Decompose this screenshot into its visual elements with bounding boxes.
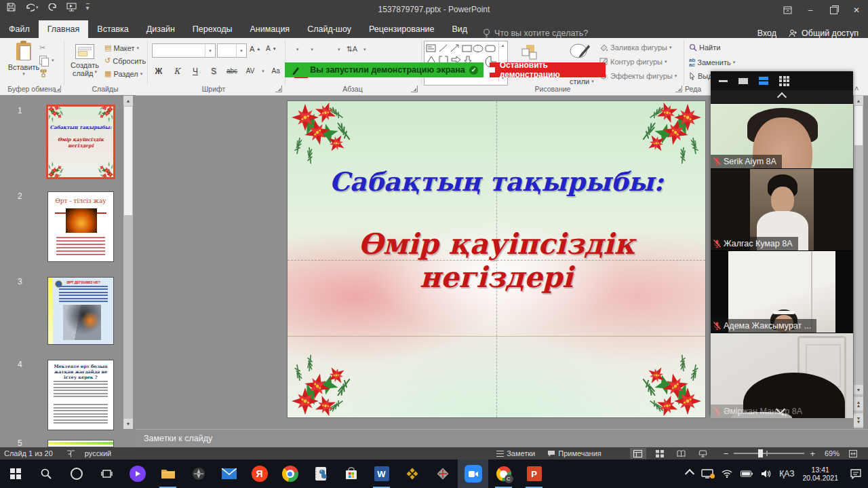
spellcheck-icon[interactable] xyxy=(66,450,75,457)
ribbon-display-options-button[interactable] xyxy=(776,0,799,20)
tab-animations[interactable]: Анимация xyxy=(241,20,298,38)
participant-video-3[interactable]: Адема Жаксымурат ... xyxy=(711,250,853,333)
participant-video-1[interactable]: Serik Aiym 8A xyxy=(711,103,853,168)
shape-outline-button[interactable]: Контур фигуры▾ xyxy=(599,58,667,66)
gallery-strip-button[interactable] xyxy=(759,77,768,85)
next-slide-button[interactable]: ▼▼ xyxy=(854,413,863,427)
file-explorer-icon[interactable] xyxy=(153,459,183,488)
slide-thumbnail-1[interactable]: Сабақтың тақырыбы: Өмір қауіпсіздік негі… xyxy=(46,105,115,179)
char-spacing-button[interactable]: AV xyxy=(243,65,257,77)
clipboard-dialog-launcher[interactable] xyxy=(54,86,61,92)
new-slide-button[interactable]: Создать слайд▾ xyxy=(68,40,102,85)
slide-title[interactable]: Сабақтың тақырыбы: xyxy=(288,166,705,197)
python-notebook-icon[interactable] xyxy=(305,459,336,488)
scroll-thumb[interactable] xyxy=(854,106,863,145)
bold-button[interactable]: Ж xyxy=(152,65,165,77)
chrome-profile-icon[interactable]: C xyxy=(488,459,519,488)
scroll-down-videos-button[interactable] xyxy=(777,403,784,415)
reading-view-button[interactable] xyxy=(673,448,690,459)
arrange-button[interactable] xyxy=(521,43,538,61)
font-dialog-launcher[interactable] xyxy=(275,86,282,92)
thumb-scroll-thumb[interactable] xyxy=(124,107,132,215)
slide-canvas[interactable]: Сабақтың тақырыбы: Өмір қауіпсіздік негі… xyxy=(288,101,705,417)
tab-transitions[interactable]: Переходы xyxy=(184,20,241,38)
grow-font-button[interactable]: А▲ xyxy=(250,45,260,53)
zoom-app-icon[interactable] xyxy=(458,459,488,488)
find-button[interactable]: Найти xyxy=(689,43,720,52)
game-emblem-icon[interactable] xyxy=(427,459,458,488)
speaker-view-button[interactable] xyxy=(738,78,748,84)
restore-button[interactable] xyxy=(822,0,845,20)
game-diamond-icon[interactable] xyxy=(397,459,427,488)
tab-review[interactable]: Рецензирование xyxy=(360,20,443,38)
minimize-button[interactable]: – xyxy=(799,0,822,20)
close-button[interactable]: ✕ xyxy=(845,0,868,20)
fit-to-window-button[interactable] xyxy=(845,448,861,459)
zoom-in-button[interactable]: + xyxy=(810,449,815,459)
paste-button[interactable]: Вставить ▾ xyxy=(5,40,42,85)
volume-icon[interactable] xyxy=(761,470,771,478)
tab-home[interactable]: Главная xyxy=(39,20,89,38)
wifi-icon[interactable] xyxy=(722,470,732,478)
text-direction-button[interactable]: ⇅A xyxy=(347,45,358,54)
taskbar-search-icon[interactable] xyxy=(31,459,61,488)
redo-button[interactable] xyxy=(48,3,57,12)
participant-video-2[interactable]: Жалгас Кумар 8А xyxy=(711,168,853,250)
notes-toggle[interactable]: Заметки xyxy=(496,449,535,457)
quick-styles-button[interactable] xyxy=(568,42,591,62)
slide-thumbnail-4[interactable]: Мектепте өрт болып жатқан жағдайда не іс… xyxy=(47,360,114,430)
tab-file[interactable]: Файл xyxy=(0,20,39,38)
grid-view-button[interactable] xyxy=(779,76,789,86)
word-icon[interactable]: W xyxy=(366,459,397,488)
slide-counter[interactable]: Слайд 1 из 20 xyxy=(4,449,53,457)
cut-button[interactable]: ✂ xyxy=(39,43,45,52)
slide-subtitle[interactable]: Өмір қауіпсіздік негіздері xyxy=(288,227,705,294)
taskbar-clock[interactable]: 13:41 20.04.2021 xyxy=(802,466,838,482)
shape-fill-button[interactable]: Заливка фигуры▾ xyxy=(599,43,672,52)
notes-pane[interactable]: Заметки к слайду xyxy=(136,429,868,447)
tab-design[interactable]: Дизайн xyxy=(138,20,184,38)
undo-button[interactable]: ▾ xyxy=(25,3,39,12)
save-icon[interactable] xyxy=(7,3,16,12)
keyboard-language[interactable]: ҚАЗ xyxy=(779,469,794,478)
font-name-combo[interactable]: ▾ xyxy=(152,43,216,58)
thumb-scroll-up[interactable]: ▲ xyxy=(123,96,133,106)
underline-button[interactable]: Ч xyxy=(189,65,202,77)
battery-icon[interactable] xyxy=(741,470,753,477)
zoom-out-button[interactable]: − xyxy=(724,449,729,459)
mail-icon[interactable] xyxy=(214,459,244,488)
replace-button[interactable]: abac Заменить▾ xyxy=(689,58,735,67)
tab-view[interactable]: Вид xyxy=(443,20,476,38)
powerpoint-icon[interactable]: P xyxy=(519,459,549,488)
normal-view-button[interactable] xyxy=(630,448,646,459)
copy-button[interactable]: ▾ xyxy=(39,56,54,64)
stop-share-button[interactable]: Остановить демонстрацию xyxy=(490,62,606,77)
thumbnail-scrollbar[interactable]: ▲ ▼ xyxy=(123,96,133,429)
zoom-slider-thumb[interactable] xyxy=(758,449,763,457)
paragraph-dialog-launcher[interactable] xyxy=(411,86,418,92)
tab-insert[interactable]: Вставка xyxy=(88,20,137,38)
comments-toggle[interactable]: Примечания xyxy=(547,449,601,457)
task-view-icon[interactable] xyxy=(92,459,122,488)
format-painter-button[interactable] xyxy=(39,69,47,77)
strikethrough-button[interactable]: abc xyxy=(225,65,239,77)
tell-me-box[interactable]: Что вы хотите сделать? xyxy=(483,29,588,38)
collapse-videos-button[interactable] xyxy=(711,90,853,103)
participant-video-4[interactable]: Әміржан Мансұр 8А xyxy=(711,333,853,418)
slideshow-view-button[interactable] xyxy=(695,448,711,459)
world-of-tanks-icon[interactable] xyxy=(183,459,214,488)
drawing-dialog-launcher[interactable] xyxy=(675,86,682,92)
yandex-browser-icon[interactable]: Я xyxy=(244,459,275,488)
slide-thumbnail-5[interactable] xyxy=(47,440,114,447)
layout-button[interactable]: ▤ Макет▾ xyxy=(104,43,139,52)
share-button[interactable]: Общий доступ xyxy=(789,29,859,38)
start-button[interactable] xyxy=(0,459,31,488)
previous-slide-button[interactable]: ▲▲ xyxy=(854,397,863,411)
slide-sorter-view-button[interactable] xyxy=(652,448,668,459)
slide-thumbnail-3[interactable]: ӨРТ ДЕГЕНІМІЗ НЕ? xyxy=(47,277,114,345)
minimize-panel-button[interactable] xyxy=(719,80,728,82)
thumb-scroll-down[interactable]: ▼ xyxy=(123,419,133,429)
sign-in-button[interactable]: Вход xyxy=(757,29,776,38)
zoom-percentage[interactable]: 69% xyxy=(825,449,840,457)
shape-effects-button[interactable]: Эффекты фигуры▾ xyxy=(599,72,677,80)
